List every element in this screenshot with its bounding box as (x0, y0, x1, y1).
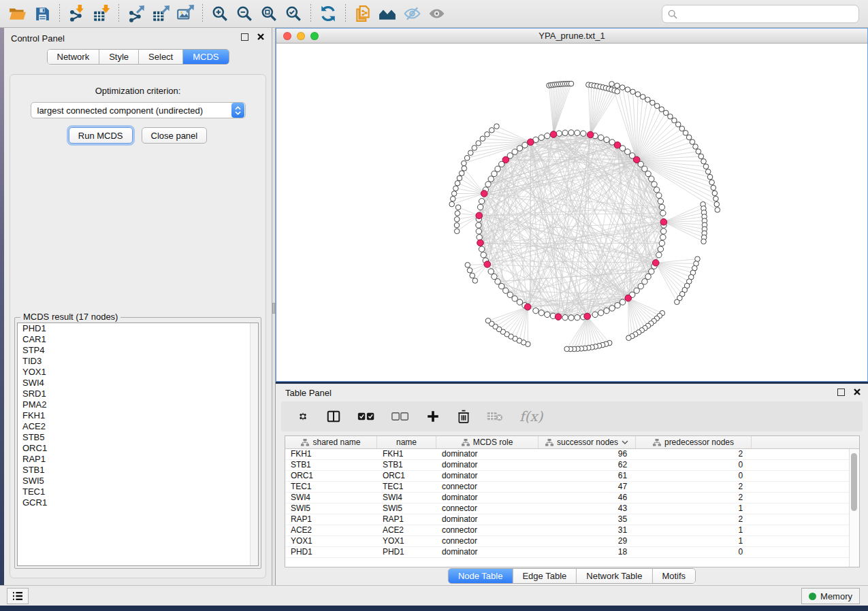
mcds-node-item[interactable]: CAR1 (18, 334, 258, 345)
close-icon[interactable] (853, 388, 861, 396)
column-header-name[interactable]: name (377, 436, 436, 448)
table-cell: SWI4 (377, 493, 436, 503)
table-row[interactable]: TEC1TEC1connector472 (285, 482, 859, 493)
list-icon (12, 591, 23, 601)
select-all-rows-button[interactable] (357, 412, 375, 421)
tab-edge-table[interactable]: Edge Table (512, 569, 576, 583)
delete-column-button[interactable] (457, 409, 470, 424)
float-window-icon[interactable] (241, 33, 248, 41)
column-header-predecessor-nodes[interactable]: predecessor nodes (636, 436, 752, 448)
table-row[interactable]: YOX1YOX1connector291 (285, 536, 859, 547)
tab-motifs[interactable]: Motifs (652, 569, 695, 583)
table-row[interactable]: PHD1PHD1dominator180 (285, 547, 859, 558)
column-header-successor-nodes[interactable]: successor nodes (539, 436, 636, 448)
table-cell: 1 (636, 536, 752, 546)
table-cell: 2 (636, 493, 752, 503)
shared-column-icon (653, 439, 661, 446)
mcds-node-item[interactable]: GCR1 (18, 497, 258, 508)
add-column-button[interactable] (425, 409, 440, 424)
tab-network-table[interactable]: Network Table (576, 569, 652, 583)
tab-mcds[interactable]: MCDS (182, 50, 228, 64)
memory-button[interactable]: Memory (801, 588, 860, 604)
table-body: FKH1FKH1dominator962STB1STB1dominator620… (285, 449, 859, 558)
apply-layout-button[interactable] (316, 3, 340, 24)
open-folder-icon (9, 5, 27, 22)
criterion-dropdown[interactable]: largest connected component (undirected) (31, 102, 246, 118)
import-table-button[interactable] (89, 3, 114, 24)
list-scrollbar[interactable] (250, 323, 258, 565)
tab-select[interactable]: Select (138, 50, 182, 64)
close-icon[interactable] (257, 33, 265, 41)
table-row[interactable]: STB1STB1dominator620 (285, 460, 859, 471)
mcds-node-item[interactable]: SRD1 (18, 389, 258, 399)
run-mcds-button[interactable]: Run MCDS (69, 127, 133, 144)
table-cell: 47 (539, 482, 636, 492)
hide-selected-button[interactable] (400, 3, 424, 24)
mcds-node-item[interactable]: ACE2 (18, 421, 258, 432)
splitter-grip[interactable] (272, 303, 275, 314)
table-row[interactable]: SWI4SWI4dominator462 (285, 493, 859, 503)
mcds-node-item[interactable]: STB1 (18, 465, 258, 476)
zoom-out-button[interactable] (232, 3, 257, 24)
mcds-result-list: PHD1CAR1STP4TID3YOX1SWI4SRD1PMA2FKH1ACE2… (17, 323, 259, 566)
table-settings-button[interactable] (296, 410, 310, 423)
delete-table-icon (487, 411, 503, 422)
table-row[interactable]: SWI5SWI5connector431 (285, 503, 859, 514)
column-header-MCDS-role[interactable]: MCDS role (436, 436, 539, 448)
shared-column-icon (301, 439, 309, 446)
table-cell: 1 (636, 525, 752, 535)
mcds-node-item[interactable]: YOX1 (18, 367, 258, 378)
float-window-icon[interactable] (837, 389, 845, 396)
table-row[interactable]: FKH1FKH1dominator962 (285, 449, 859, 460)
mcds-node-item[interactable]: RAP1 (18, 454, 258, 465)
mcds-node-item[interactable]: SWI5 (18, 476, 258, 486)
export-network-icon (127, 5, 145, 22)
mcds-node-item[interactable]: PHD1 (18, 323, 258, 334)
mcds-node-item[interactable]: ORC1 (18, 443, 258, 454)
table-cell: ACE2 (285, 525, 377, 535)
mcds-node-item[interactable]: TEC1 (18, 486, 258, 497)
network-titlebar[interactable]: YPA_prune.txt_1 (276, 29, 867, 44)
export-network-button[interactable] (124, 3, 148, 24)
table-cell: 62 (539, 460, 636, 470)
mcds-node-item[interactable]: STB5 (18, 432, 258, 443)
task-history-button[interactable] (7, 588, 29, 604)
table-cell: 46 (539, 493, 636, 503)
show-all-button[interactable] (424, 3, 449, 24)
column-header-shared-name[interactable]: shared name (285, 436, 377, 448)
zoom-fit-button[interactable] (257, 3, 281, 24)
export-image-button[interactable] (173, 3, 197, 24)
tab-network[interactable]: Network (47, 50, 99, 64)
table-scrollbar[interactable] (849, 449, 859, 567)
close-panel-button[interactable]: Close panel (142, 127, 208, 144)
first-neighbors-button[interactable] (375, 3, 400, 24)
mcds-node-item[interactable]: STP4 (18, 345, 258, 356)
import-network-button[interactable] (65, 3, 89, 24)
table-row[interactable]: ORC1ORC1dominator610 (285, 471, 859, 482)
tab-style[interactable]: Style (99, 50, 138, 64)
mcds-node-item[interactable]: SWI4 (18, 378, 258, 389)
mcds-node-item[interactable]: TID3 (18, 356, 258, 367)
tab-node-table[interactable]: Node Table (449, 569, 513, 583)
table-cell: 0 (636, 460, 752, 470)
desktop-edge (0, 606, 868, 611)
mcds-node-item[interactable]: PMA2 (18, 399, 258, 410)
export-table-button[interactable] (148, 3, 173, 24)
split-columns-icon (326, 409, 341, 424)
table-row[interactable]: RAP1RAP1dominator352 (285, 514, 859, 525)
mcds-node-item[interactable]: FKH1 (18, 410, 258, 421)
table-cell: PHD1 (285, 547, 377, 557)
duplicate-network-button[interactable] (351, 3, 375, 24)
zoom-in-button[interactable] (208, 3, 232, 24)
search-input[interactable] (678, 5, 858, 22)
save-session-button[interactable] (30, 3, 54, 24)
scrollbar-thumb[interactable] (851, 453, 857, 511)
memory-label: Memory (820, 591, 852, 601)
open-file-button[interactable] (5, 3, 30, 24)
zoom-selected-button[interactable] (281, 3, 306, 24)
deselect-all-rows-button[interactable] (391, 412, 409, 421)
toggle-panel-layout-button[interactable] (326, 409, 341, 424)
table-row[interactable]: ACE2ACE2connector311 (285, 525, 859, 536)
network-graph[interactable] (276, 44, 867, 381)
table-panel: Table Panel (276, 384, 868, 585)
